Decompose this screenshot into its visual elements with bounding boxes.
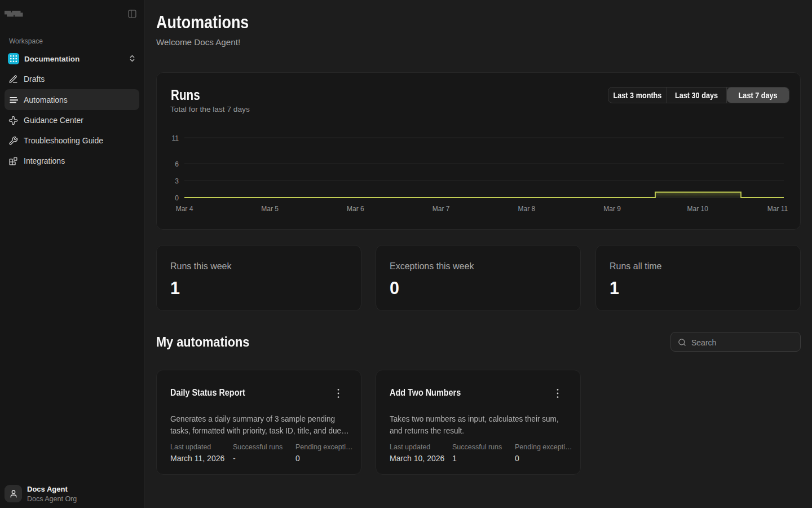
svg-text:Mar 9: Mar 9 xyxy=(603,205,621,213)
svg-text:Mar 7: Mar 7 xyxy=(433,205,450,213)
svg-text:Mar 8: Mar 8 xyxy=(518,205,536,213)
svg-text:Mar 4: Mar 4 xyxy=(176,205,193,213)
svg-text:Mar 11: Mar 11 xyxy=(767,205,788,213)
svg-text:Mar 6: Mar 6 xyxy=(347,205,364,213)
svg-text:Mar 10: Mar 10 xyxy=(687,205,709,213)
svg-text:0: 0 xyxy=(175,194,179,202)
svg-text:3: 3 xyxy=(175,177,179,185)
svg-text:6: 6 xyxy=(175,160,179,168)
svg-text:Mar 5: Mar 5 xyxy=(261,205,279,213)
svg-text:11: 11 xyxy=(172,134,179,142)
